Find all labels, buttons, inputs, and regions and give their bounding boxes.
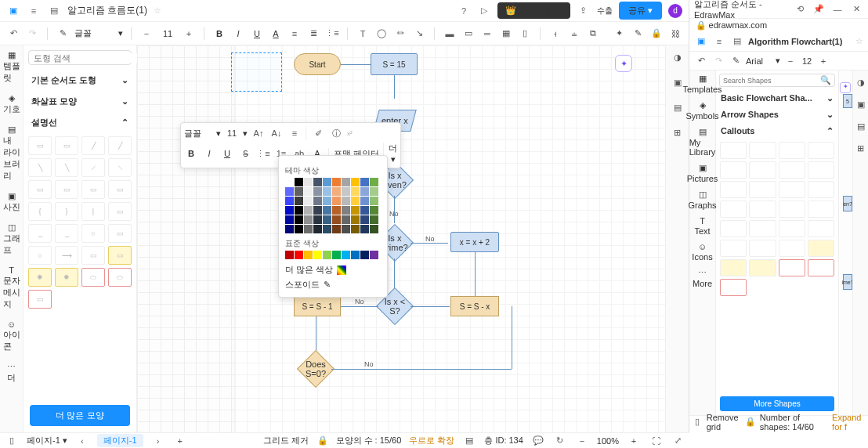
- more-shapes-button[interactable]: More Shapes: [720, 396, 834, 411]
- shape-thumb[interactable]: ▭: [28, 180, 52, 199]
- shape-thumb[interactable]: [779, 142, 805, 159]
- fc-connector[interactable]: [316, 316, 316, 354]
- shape-thumb[interactable]: ▭: [108, 246, 132, 265]
- color-swatch[interactable]: [285, 178, 294, 186]
- fc-sminus1[interactable]: S = S - 1: [294, 296, 341, 316]
- shape-thumb[interactable]: [720, 240, 747, 257]
- menu-icon[interactable]: ≡: [712, 34, 726, 49]
- size-plus-icon[interactable]: +: [182, 27, 196, 41]
- shape-thumb[interactable]: [749, 220, 776, 237]
- fc-connector[interactable]: [475, 252, 476, 296]
- help-icon[interactable]: ?: [457, 4, 471, 18]
- color-swatch[interactable]: [342, 178, 350, 186]
- float-size[interactable]: [225, 128, 239, 138]
- color-swatch[interactable]: [313, 206, 322, 215]
- color-swatch[interactable]: [295, 197, 303, 205]
- table-icon[interactable]: ▦: [499, 27, 513, 41]
- color-swatch[interactable]: [285, 187, 294, 196]
- zoom-in-icon[interactable]: +: [627, 434, 641, 448]
- font-select[interactable]: [74, 29, 114, 38]
- shape-thumb[interactable]: |: [81, 202, 105, 221]
- shape-thumb[interactable]: [749, 142, 776, 159]
- next-page-icon[interactable]: ›: [151, 434, 165, 448]
- color-swatch[interactable]: [304, 215, 313, 224]
- color-swatch[interactable]: [351, 178, 360, 186]
- color-swatch[interactable]: [370, 197, 378, 205]
- shape-thumb[interactable]: [779, 240, 805, 257]
- shape-thumb[interactable]: ○: [28, 246, 52, 265]
- shape-search-input[interactable]: [34, 53, 142, 63]
- color-swatch[interactable]: [313, 187, 322, 196]
- app-logo-icon[interactable]: ▣: [6, 4, 20, 18]
- color-swatch[interactable]: [313, 215, 322, 224]
- connector-icon[interactable]: ↘: [412, 27, 426, 41]
- pages-icon[interactable]: ▯: [5, 434, 19, 448]
- rail-icons[interactable]: ☺아이콘: [3, 320, 20, 352]
- color-swatch[interactable]: [332, 187, 341, 196]
- color-swatch[interactable]: [323, 197, 331, 205]
- shape-thumb[interactable]: ⎯: [55, 224, 78, 243]
- font-select[interactable]: [746, 56, 772, 66]
- rail-graphs[interactable]: ◫Graphs: [688, 190, 716, 210]
- more-shapes-button[interactable]: 더 많은 모양: [30, 405, 130, 426]
- fc-sminusx[interactable]: S = S - x: [450, 296, 499, 316]
- grid-toggle[interactable]: 그리드 제거: [263, 435, 309, 446]
- shape-thumb[interactable]: [779, 220, 805, 237]
- color-swatch[interactable]: [370, 187, 378, 196]
- text-tool-icon[interactable]: T: [356, 27, 370, 41]
- shape-thumb[interactable]: [720, 220, 747, 237]
- color-swatch[interactable]: [351, 187, 360, 196]
- shape-thumb[interactable]: [720, 142, 747, 159]
- canvas-area[interactable]: ✦ Start S = 15 enter x Is x even? No Is …: [137, 45, 665, 432]
- more-colors-button[interactable]: 더 많은 색상: [285, 264, 381, 276]
- shape-thumb[interactable]: [749, 201, 776, 218]
- rail-templates[interactable]: ▦템플릿: [3, 50, 20, 84]
- shape-thumb[interactable]: [808, 142, 834, 159]
- color-swatch[interactable]: [342, 197, 350, 205]
- redo-icon[interactable]: ↷: [25, 27, 39, 41]
- shape-thumb[interactable]: ⟍: [108, 158, 132, 177]
- export-icon[interactable]: ⇪: [577, 4, 591, 18]
- superscript-icon[interactable]: x²: [347, 130, 353, 137]
- app-logo-icon[interactable]: ▣: [694, 34, 708, 49]
- rail-library[interactable]: ▤내 라이브러리: [3, 125, 20, 182]
- rail-text[interactable]: T문자 메시지: [3, 266, 20, 310]
- doc-title[interactable]: Algorithm Flowchart(1): [748, 37, 852, 46]
- page-icon[interactable]: ▯: [518, 27, 532, 41]
- grid-icon[interactable]: ⊞: [854, 141, 868, 155]
- color-swatch[interactable]: [323, 178, 331, 186]
- shape-thumb[interactable]: ╱: [108, 136, 132, 155]
- bullet-list-icon[interactable]: ⋮≡: [256, 146, 270, 161]
- upgrade-button[interactable]: 👑업그레이드: [497, 2, 570, 19]
- shape-thumb[interactable]: [749, 161, 776, 179]
- shape-thumb[interactable]: [749, 181, 776, 198]
- rail-icons[interactable]: ☺Icons: [692, 242, 712, 262]
- color-swatch[interactable]: [285, 251, 294, 259]
- color-swatch[interactable]: [295, 206, 303, 215]
- color-swatch[interactable]: [370, 215, 378, 224]
- undo-icon[interactable]: ↶: [6, 27, 20, 41]
- grid-toggle[interactable]: Remove grid: [707, 413, 741, 432]
- color-swatch[interactable]: [360, 251, 369, 259]
- shape-thumb[interactable]: [808, 181, 834, 198]
- rail-symbols[interactable]: ◈Symbols: [685, 100, 718, 121]
- underline-icon[interactable]: U: [250, 27, 264, 41]
- section-arrow[interactable]: Arrow Shapes⌄: [716, 107, 838, 123]
- shape-thumb[interactable]: [720, 181, 747, 198]
- add-page-icon[interactable]: +: [173, 434, 187, 448]
- color-swatch[interactable]: [351, 215, 360, 224]
- shape-thumb[interactable]: [808, 220, 834, 237]
- color-swatch[interactable]: [351, 225, 360, 233]
- italic-icon[interactable]: I: [202, 146, 216, 161]
- ai-badge-icon[interactable]: ✦: [840, 82, 851, 93]
- color-swatch[interactable]: [342, 251, 350, 259]
- font-size[interactable]: [158, 29, 177, 38]
- lock-icon[interactable]: 🔒: [649, 27, 664, 41]
- color-swatch[interactable]: [342, 187, 350, 196]
- size-plus-icon[interactable]: +: [816, 54, 830, 68]
- color-swatch[interactable]: [304, 178, 313, 186]
- color-swatch[interactable]: [295, 225, 303, 233]
- shape-thumb[interactable]: ▭: [81, 246, 105, 265]
- fc-connector[interactable]: [512, 306, 512, 369]
- shape-thumb[interactable]: [808, 240, 834, 257]
